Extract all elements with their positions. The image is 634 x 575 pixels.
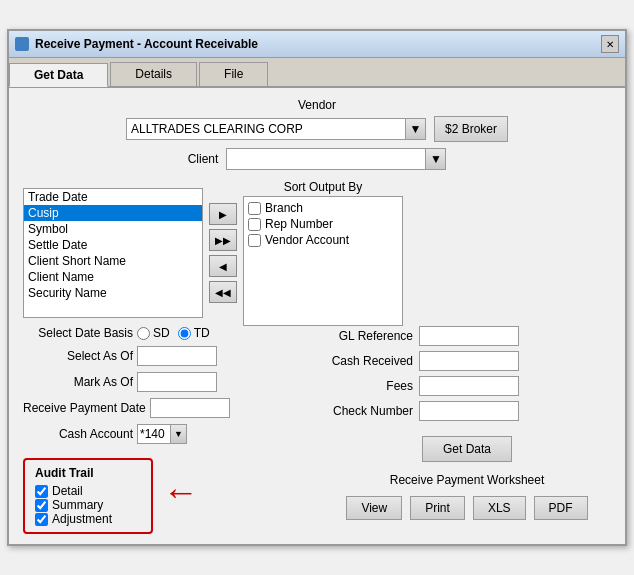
audit-detail-label: Detail [52,484,83,498]
sort-vendor-checkbox[interactable] [248,234,261,247]
get-data-row: Get Data [323,430,611,468]
cash-received-label: Cash Received [323,354,413,368]
receive-payment-date-row: Receive Payment Date 01/10/2000 [23,398,311,418]
cash-account-row: Cash Account *140 ▼ [23,424,311,444]
fees-row: Fees 2300.00 [323,376,611,396]
fees-label: Fees [323,379,413,393]
window-icon [15,37,29,51]
main-window: Receive Payment - Account Receivable ✕ G… [7,29,627,546]
sort-checkboxes: Branch Rep Number Vendor Account [244,197,402,251]
tab-bar: Get Data Details File [9,58,625,88]
fees-input[interactable]: 2300.00 [419,376,519,396]
gl-reference-label: GL Reference [323,329,413,343]
left-panel: Select Date Basis SD TD Select [23,326,311,534]
mark-as-of-input[interactable]: 01/05/2000 [137,372,217,392]
tab-file[interactable]: File [199,62,268,86]
gl-reference-input[interactable]: ATC JAN 00 [419,326,519,346]
cash-account-label: Cash Account [23,427,133,441]
pdf-button[interactable]: PDF [534,496,588,520]
tab-details[interactable]: Details [110,62,197,86]
cash-dropdown-btn[interactable]: ▼ [170,425,186,443]
client-label: Client [188,152,219,166]
sort-branch-label: Branch [265,201,303,215]
get-data-button[interactable]: Get Data [422,436,512,462]
right-panel: GL Reference ATC JAN 00 Cash Received 11… [323,326,611,534]
cash-account-dropdown[interactable]: *140 ▼ [137,424,187,444]
check-number-row: Check Number 123 [323,401,611,421]
audit-adjustment-checkbox[interactable] [35,513,48,526]
list-item[interactable]: Trade Date [24,189,202,205]
vendor-label: Vendor [23,98,611,112]
client-dropdown[interactable]: ▼ [226,148,446,170]
sort-branch-checkbox[interactable] [248,202,261,215]
list-item[interactable]: Symbol [24,221,202,237]
window-title: Receive Payment - Account Receivable [35,37,258,51]
view-button[interactable]: View [346,496,402,520]
sort-vendor-label: Vendor Account [265,233,349,247]
audit-arrow-area: Audit Trail Detail Summary Adjustment [23,450,311,534]
list-item[interactable]: Cusip [24,205,202,221]
audit-detail-row: Detail [35,484,141,498]
close-button[interactable]: ✕ [601,35,619,53]
check-number-label: Check Number [323,404,413,418]
tab-get-data[interactable]: Get Data [9,63,108,87]
cash-received-input[interactable]: 11500.00 [419,351,519,371]
move-right-button[interactable]: ▶ [209,203,237,225]
move-all-left-button[interactable]: ◀◀ [209,281,237,303]
vendor-dropdown[interactable]: ALLTRADES CLEARING CORP ▼ [126,118,426,140]
mark-as-of-label: Mark As Of [23,375,133,389]
receive-payment-date-input[interactable]: 01/10/2000 [150,398,230,418]
receive-payment-date-label: Receive Payment Date [23,401,146,415]
available-fields-list[interactable]: Trade Date Cusip Symbol Settle Date Clie… [23,188,203,318]
sort-rep-checkbox[interactable] [248,218,261,231]
move-all-right-button[interactable]: ▶▶ [209,229,237,251]
bottom-section: Select Date Basis SD TD Select [23,326,611,534]
content-area: Vendor ALLTRADES CLEARING CORP ▼ $2 Brok… [9,88,625,544]
audit-summary-label: Summary [52,498,103,512]
sd-radio[interactable] [137,327,150,340]
sort-output-list[interactable]: Branch Rep Number Vendor Account [243,196,403,326]
select-as-of-input[interactable]: 01/05/2000 [137,346,217,366]
vendor-section: ALLTRADES CLEARING CORP ▼ $2 Broker [23,116,611,142]
date-basis-label: Select Date Basis [23,326,133,340]
client-dropdown-btn[interactable]: ▼ [425,149,445,169]
select-as-of-label: Select As Of [23,349,133,363]
list-item[interactable]: Client Short Name [24,253,202,269]
audit-summary-checkbox[interactable] [35,499,48,512]
sd-label: SD [153,326,170,340]
broker-button[interactable]: $2 Broker [434,116,508,142]
list-item[interactable]: Client Name [24,269,202,285]
worksheet-buttons: View Print XLS PDF [323,496,611,520]
audit-detail-checkbox[interactable] [35,485,48,498]
right-form: GL Reference ATC JAN 00 Cash Received 11… [323,326,611,520]
print-button[interactable]: Print [410,496,465,520]
sort-output-label: Sort Output By [243,180,403,194]
vendor-value: ALLTRADES CLEARING CORP [131,122,303,136]
gl-reference-row: GL Reference ATC JAN 00 [323,326,611,346]
date-basis-radio-group: SD TD [137,326,210,340]
lists-area: Trade Date Cusip Symbol Settle Date Clie… [23,180,611,326]
sort-branch-row: Branch [248,201,398,215]
client-row: Client ▼ [23,148,611,170]
td-radio[interactable] [178,327,191,340]
td-radio-row: TD [178,326,210,340]
audit-adjustment-label: Adjustment [52,512,112,526]
audit-trail-box: Audit Trail Detail Summary Adjustment [23,458,153,534]
check-number-input[interactable]: 123 [419,401,519,421]
arrow-buttons: ▶ ▶▶ ◀ ◀◀ [209,203,237,303]
list-item[interactable]: Settle Date [24,237,202,253]
cash-account-value: *140 [140,427,165,441]
sort-rep-label: Rep Number [265,217,333,231]
move-left-button[interactable]: ◀ [209,255,237,277]
mark-as-of-row: Mark As Of 01/05/2000 [23,372,311,392]
list-item[interactable]: Security Name [24,285,202,301]
sort-vendor-row: Vendor Account [248,233,398,247]
audit-summary-row: Summary [35,498,141,512]
sort-section: Sort Output By Branch Rep Number [243,180,403,326]
audit-adjustment-row: Adjustment [35,512,141,526]
sort-rep-row: Rep Number [248,217,398,231]
xls-button[interactable]: XLS [473,496,526,520]
worksheet-label: Receive Payment Worksheet [323,473,611,487]
vendor-dropdown-btn[interactable]: ▼ [405,119,425,139]
audit-trail-title: Audit Trail [35,466,141,480]
